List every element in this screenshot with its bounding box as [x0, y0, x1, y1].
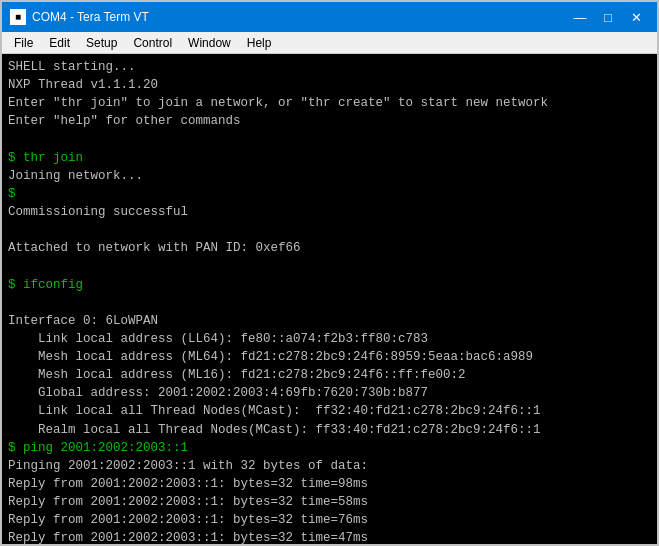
app-icon: ■: [10, 9, 26, 25]
close-button[interactable]: ✕: [623, 7, 649, 27]
menu-item-file[interactable]: File: [6, 34, 41, 52]
title-bar-left: ■ COM4 - Tera Term VT: [10, 9, 149, 25]
menu-item-control[interactable]: Control: [125, 34, 180, 52]
menu-item-setup[interactable]: Setup: [78, 34, 125, 52]
maximize-button[interactable]: □: [595, 7, 621, 27]
terminal-output[interactable]: SHELL starting... NXP Thread v1.1.1.20 E…: [2, 54, 657, 544]
menu-item-edit[interactable]: Edit: [41, 34, 78, 52]
minimize-button[interactable]: —: [567, 7, 593, 27]
menu-item-help[interactable]: Help: [239, 34, 280, 52]
menu-item-window[interactable]: Window: [180, 34, 239, 52]
window: ■ COM4 - Tera Term VT — □ ✕ FileEditSetu…: [0, 0, 659, 546]
title-bar: ■ COM4 - Tera Term VT — □ ✕: [2, 2, 657, 32]
title-buttons: — □ ✕: [567, 7, 649, 27]
window-title: COM4 - Tera Term VT: [32, 10, 149, 24]
menu-bar: FileEditSetupControlWindowHelp: [2, 32, 657, 54]
